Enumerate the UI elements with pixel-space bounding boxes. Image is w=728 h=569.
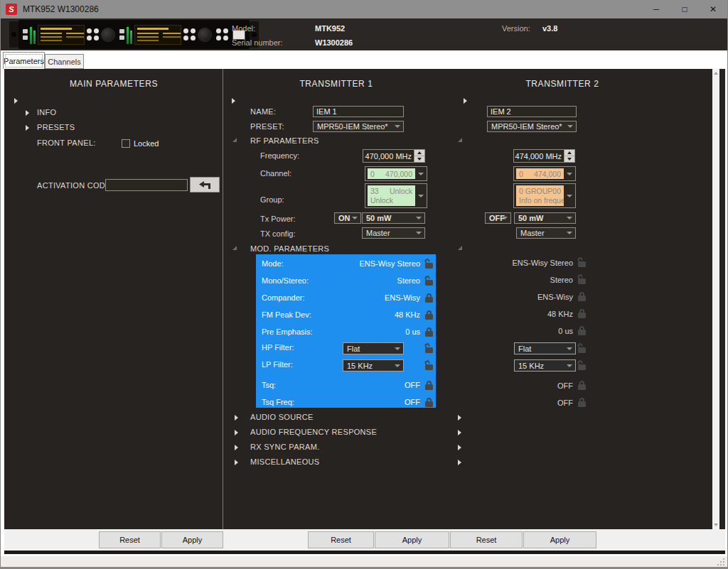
tab-parameters[interactable]: Parameters	[3, 52, 45, 69]
tx1-lp-filter-dropdown[interactable]: 15 KHz	[343, 359, 404, 372]
tx2-fmpeak-value: 48 KHz	[547, 310, 573, 318]
lock-icon[interactable]	[577, 291, 587, 302]
tx1-mod-expander-icon[interactable]	[232, 246, 237, 250]
info-expander-icon[interactable]	[26, 110, 29, 116]
tx1-power-level-dropdown[interactable]: 50 mW	[362, 212, 425, 224]
tx1-name-label: NAME:	[250, 107, 276, 116]
mod-tsqfreq-label: Tsq Freq:	[262, 398, 294, 406]
activation-code-input[interactable]	[105, 179, 188, 191]
tx1-section-audio-frequency-response[interactable]: AUDIO FREQUENCY RESPONSE	[250, 428, 377, 436]
tx2-power-level-dropdown[interactable]: 50 mW	[514, 212, 576, 224]
tx2-lp-filter-dropdown[interactable]: 15 KHz	[514, 359, 576, 372]
lock-icon[interactable]	[424, 380, 434, 391]
lock-icon[interactable]	[577, 397, 587, 408]
tx1-hp-filter-dropdown[interactable]: Flat	[343, 342, 404, 354]
tx1-frequency-spinner[interactable]: 470,000 MHz	[363, 149, 425, 163]
lock-icon[interactable]	[424, 293, 434, 303]
tx1-expander-icon[interactable]	[232, 98, 235, 104]
apply-activation-code-button[interactable]	[190, 177, 220, 193]
mod-compander-label: Compander:	[262, 293, 305, 302]
tx1-rf-section[interactable]: RF PARAMETERS	[250, 136, 319, 145]
tx2-power-state-dropdown[interactable]: OFF	[485, 212, 511, 224]
minimize-button[interactable]: ─	[642, 0, 670, 18]
maximize-button[interactable]: □	[670, 0, 699, 18]
tx2-frequency-value: 474,000 MHz	[514, 150, 564, 162]
tx1-section-miscellaneous[interactable]: MISCELLANEOUS	[250, 457, 319, 466]
rx-sync-expander-icon[interactable]	[235, 445, 238, 450]
tx1-name-input[interactable]	[313, 106, 404, 117]
section-info[interactable]: INFO	[37, 108, 56, 116]
mod-lpfilter-label: LP Filter:	[262, 360, 293, 369]
tx2-audio-freq-expander-icon[interactable]	[458, 430, 461, 435]
unlock-icon[interactable]	[424, 343, 434, 354]
tx1-mod-parameters-box: Mode: ENS-Wisy Stereo Mono/Stereo: Stere…	[256, 254, 436, 408]
tx2-group-info: Info on frequency	[519, 196, 561, 205]
unlock-icon[interactable]	[577, 343, 587, 354]
tx1-frequency-value: 470,000 MHz	[363, 150, 414, 162]
tx2-name-input[interactable]	[487, 106, 577, 117]
main-reset-button[interactable]: Reset	[99, 531, 161, 548]
tx2-reset-button[interactable]: Reset	[450, 531, 523, 548]
tx1-reset-button[interactable]: Reset	[308, 531, 374, 548]
resize-grip[interactable]	[717, 558, 724, 565]
tx1-group-dropdown[interactable]: 33 Unlock Unlock	[365, 183, 427, 208]
tx2-group-dropdown[interactable]: 0 GROUP00 Info on frequency	[513, 183, 576, 208]
tx2-expander-icon[interactable]	[464, 98, 467, 104]
main-apply-button[interactable]: Apply	[161, 531, 223, 548]
tx2-rx-sync-expander-icon[interactable]	[458, 445, 461, 450]
tx2-config-dropdown[interactable]: Master	[516, 227, 576, 239]
tx2-frequency-spinner[interactable]: 474,000 MHz	[513, 149, 575, 163]
tx2-frequency-up-icon[interactable]	[564, 150, 574, 156]
tx1-frequency-down-icon[interactable]	[414, 156, 424, 162]
tx2-hp-filter-dropdown[interactable]: Flat	[514, 342, 576, 354]
tx1-frequency-up-icon[interactable]	[414, 150, 424, 156]
tx1-channel-dropdown[interactable]: 0 470,000	[365, 166, 427, 181]
tab-channels[interactable]: Channels	[45, 54, 84, 69]
unlock-icon[interactable]	[577, 257, 587, 268]
device-display-a	[38, 25, 85, 45]
main-expander-icon[interactable]	[14, 98, 18, 104]
lock-icon[interactable]	[424, 397, 434, 408]
tx1-mod-section[interactable]: MOD. PARAMETERS	[250, 244, 329, 253]
main-parameters-title: MAIN PARAMETERS	[4, 79, 223, 89]
unlock-icon[interactable]	[424, 360, 434, 371]
tx1-section-rx-sync-param[interactable]: RX SYNC PARAM.	[250, 443, 320, 451]
miscellaneous-expander-icon[interactable]	[235, 460, 238, 465]
tx1-apply-button[interactable]: Apply	[375, 531, 449, 548]
lock-icon[interactable]	[577, 308, 587, 319]
tx1-power-state-dropdown[interactable]: ON	[334, 212, 361, 224]
mod-monostereo-label: Mono/Stereo:	[262, 276, 309, 285]
lock-icon[interactable]	[424, 310, 434, 320]
parameters-page: MAIN PARAMETERS INFO PRESETS FRONT PANEL…	[4, 69, 725, 529]
tx2-channel-dropdown[interactable]: 0 474,000	[513, 166, 576, 181]
presets-expander-icon[interactable]	[26, 125, 29, 131]
window-title: MTK952 W1300286	[23, 4, 99, 14]
close-button[interactable]: ✕	[699, 0, 727, 18]
device-header: Model: MTK952 Version: v3.8 Serial numbe…	[1, 18, 727, 50]
lock-icon[interactable]	[577, 325, 587, 336]
section-presets[interactable]: PRESETS	[37, 123, 75, 131]
lock-icon[interactable]	[424, 327, 434, 337]
tx2-apply-button[interactable]: Apply	[523, 531, 596, 548]
tx2-miscellaneous-expander-icon[interactable]	[458, 460, 461, 465]
unlock-icon[interactable]	[577, 274, 587, 285]
tx1-section-audio-source[interactable]: AUDIO SOURCE	[250, 413, 314, 421]
unlock-icon[interactable]	[424, 276, 434, 286]
tx2-audio-source-expander-icon[interactable]	[458, 415, 461, 421]
unlock-icon[interactable]	[424, 259, 434, 269]
scroll-down-icon[interactable]	[714, 524, 718, 526]
tx2-frequency-down-icon[interactable]	[564, 156, 574, 162]
model-value: MTK952	[315, 24, 345, 33]
locked-checkbox[interactable]	[122, 139, 130, 148]
audio-source-expander-icon[interactable]	[235, 415, 238, 421]
vertical-scrollbar[interactable]	[712, 69, 719, 529]
tx1-rf-expander-icon[interactable]	[232, 138, 237, 142]
scroll-up-icon[interactable]	[714, 72, 718, 75]
device-knob-a	[101, 28, 115, 42]
tx1-preset-dropdown[interactable]: MPR50-IEM Stereo*	[313, 121, 404, 132]
tx2-preset-dropdown[interactable]: MPR50-IEM Stereo*	[487, 121, 577, 132]
tx1-config-dropdown[interactable]: Master	[362, 227, 425, 239]
lock-icon[interactable]	[577, 380, 587, 391]
audio-freq-expander-icon[interactable]	[235, 430, 238, 435]
unlock-icon[interactable]	[577, 360, 587, 371]
